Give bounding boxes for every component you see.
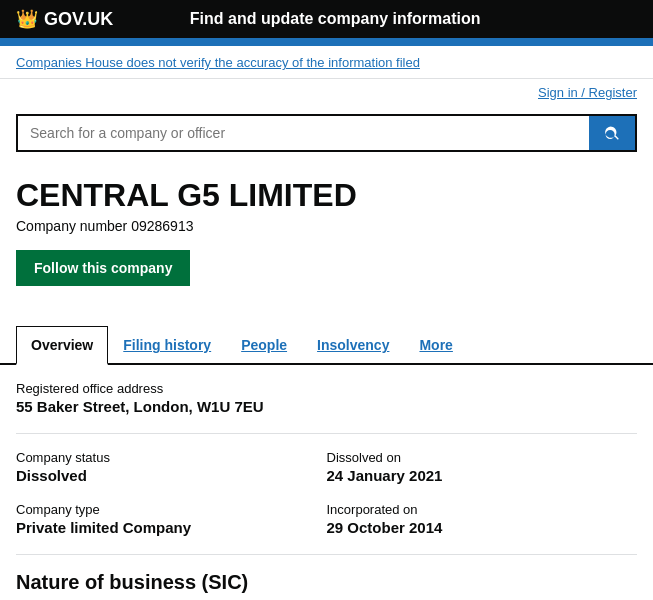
company-number-value: 09286913	[131, 218, 193, 234]
signin-link[interactable]: Sign in / Register	[538, 85, 637, 100]
gov-logo-text: GOV.UK	[44, 9, 113, 30]
search-input[interactable]	[18, 116, 589, 150]
blue-bar	[0, 38, 653, 46]
divider-2	[16, 554, 637, 555]
company-number: Company number 09286913	[16, 218, 637, 234]
search-container	[0, 106, 653, 168]
company-name: CENTRAL G5 LIMITED	[16, 176, 637, 214]
search-icon	[603, 124, 621, 142]
disclaimer-bar: Companies House does not verify the accu…	[0, 46, 653, 79]
dissolved-on-label: Dissolved on	[327, 450, 638, 465]
tab-insolvency[interactable]: Insolvency	[302, 326, 404, 365]
gov-logo: 👑 GOV.UK	[16, 8, 113, 30]
tab-people[interactable]: People	[226, 326, 302, 365]
incorporated-on-value: 29 October 2014	[327, 519, 638, 536]
tab-filing-history[interactable]: Filing history	[108, 326, 226, 365]
overview-content: Registered office address 55 Baker Stree…	[0, 365, 653, 600]
dissolved-on-col: Dissolved on 24 January 2021	[327, 450, 638, 484]
registered-office-block: Registered office address 55 Baker Stree…	[16, 381, 637, 415]
status-row: Company status Dissolved Dissolved on 24…	[16, 450, 637, 484]
company-number-label: Company number	[16, 218, 127, 234]
company-status-label: Company status	[16, 450, 327, 465]
company-status-col: Company status Dissolved	[16, 450, 327, 484]
disclaimer-link[interactable]: Companies House does not verify the accu…	[16, 55, 420, 70]
company-type-label: Company type	[16, 502, 327, 517]
company-section: CENTRAL G5 LIMITED Company number 092869…	[0, 168, 653, 326]
nature-of-business-block: Nature of business (SIC) 82990 - Other b…	[16, 571, 637, 600]
nature-of-business-heading: Nature of business (SIC)	[16, 571, 637, 594]
type-row: Company type Private limited Company Inc…	[16, 502, 637, 536]
tab-overview[interactable]: Overview	[16, 326, 108, 365]
signin-bar: Sign in / Register	[0, 79, 653, 106]
crown-icon: 👑	[16, 8, 38, 30]
company-type-col: Company type Private limited Company	[16, 502, 327, 536]
registered-office-label: Registered office address	[16, 381, 637, 396]
incorporated-on-col: Incorporated on 29 October 2014	[327, 502, 638, 536]
incorporated-on-label: Incorporated on	[327, 502, 638, 517]
follow-company-button[interactable]: Follow this company	[16, 250, 190, 286]
registered-office-value: 55 Baker Street, London, W1U 7EU	[16, 398, 637, 415]
tab-more[interactable]: More	[404, 326, 467, 365]
top-header: 👑 GOV.UK Find and update company informa…	[0, 0, 653, 38]
dissolved-on-value: 24 January 2021	[327, 467, 638, 484]
header-title: Find and update company information	[190, 10, 481, 28]
divider-1	[16, 433, 637, 434]
search-box	[16, 114, 637, 152]
search-button[interactable]	[589, 116, 635, 150]
company-type-value: Private limited Company	[16, 519, 327, 536]
tabs-container: Overview Filing history People Insolvenc…	[0, 326, 653, 365]
company-status-value: Dissolved	[16, 467, 327, 484]
